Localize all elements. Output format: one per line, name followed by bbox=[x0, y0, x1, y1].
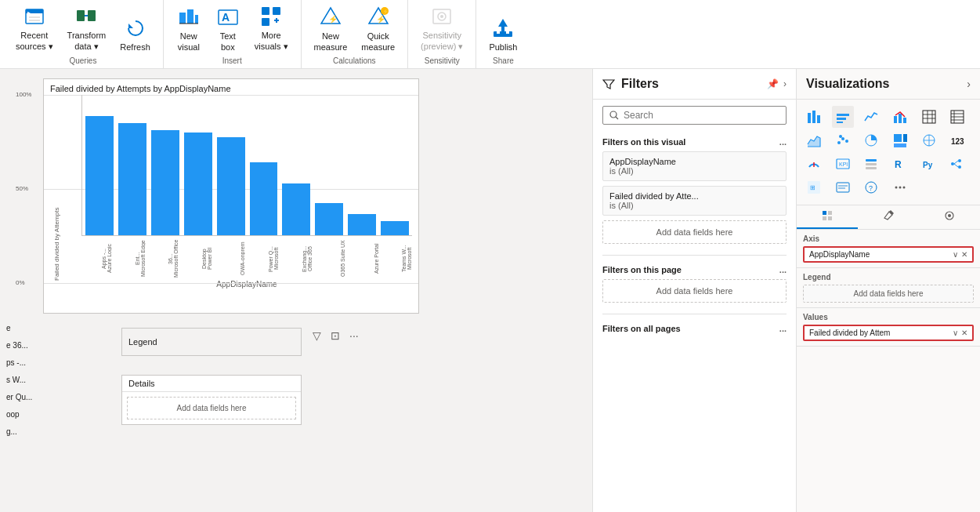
refresh-button[interactable]: Refresh bbox=[114, 13, 157, 55]
filter-search-input[interactable] bbox=[624, 110, 779, 121]
filter-card-failed-divided[interactable]: Failed divided by Atte... is (All) bbox=[602, 186, 787, 216]
legend-well-dropzone[interactable]: Add data fields here bbox=[803, 285, 974, 303]
svg-rect-61 bbox=[903, 134, 907, 142]
transform-data-button[interactable]: Transform data ▾ bbox=[61, 1, 113, 55]
filters-this-page-dropzone[interactable]: Add data fields here bbox=[602, 279, 787, 303]
svg-text:Py: Py bbox=[923, 161, 933, 169]
quick-measure-button[interactable]: ⚡ ⚡ Quick measure bbox=[355, 2, 401, 55]
share-group-label: Share bbox=[493, 56, 514, 65]
axis-chip-chevron[interactable]: ∨ bbox=[953, 250, 958, 259]
svg-rect-15 bbox=[262, 7, 269, 15]
viz-icon-line-chart[interactable] bbox=[860, 106, 882, 128]
viz-icon-area-chart[interactable] bbox=[803, 129, 825, 151]
chart-bar[interactable] bbox=[250, 162, 278, 235]
viz-icon-key-influencers[interactable]: ⊞ bbox=[803, 176, 825, 198]
fields-tab-icon bbox=[822, 210, 833, 221]
chart-bar[interactable] bbox=[118, 123, 146, 235]
sensitivity-label2: (preview) ▾ bbox=[421, 42, 463, 52]
chart-bar[interactable] bbox=[315, 203, 343, 235]
svg-rect-45 bbox=[923, 111, 935, 123]
axis-chip-remove[interactable]: ✕ bbox=[961, 250, 967, 259]
filter-search-box bbox=[602, 106, 787, 125]
details-dropzone[interactable]: Add data fields here bbox=[127, 397, 296, 419]
svg-rect-36 bbox=[808, 113, 811, 123]
chart-bar[interactable] bbox=[184, 133, 212, 235]
toolbar-group-sensitivity: Sensitivity (preview) ▾ Sensitivity bbox=[408, 0, 476, 68]
values-chip-chevron[interactable]: ∨ bbox=[953, 329, 958, 337]
viz-icon-treemap[interactable] bbox=[889, 129, 911, 151]
filters-pin-icon[interactable]: 📌 bbox=[767, 78, 779, 89]
viz-icon-bar-chart[interactable] bbox=[832, 106, 854, 128]
viz-icon-gauge[interactable] bbox=[803, 153, 825, 175]
x-label-item: Microsoft Power Q... bbox=[248, 239, 279, 278]
viz-icon-card[interactable]: KPI bbox=[832, 153, 854, 175]
viz-tab-fields[interactable] bbox=[797, 205, 858, 229]
legend-expand-button[interactable]: ⊡ bbox=[327, 328, 343, 343]
chart-y-label: Failed divided by Attempts bbox=[53, 140, 60, 281]
svg-rect-6 bbox=[88, 10, 96, 21]
filters-panel: Filters 📌 › Filters on this visual ... bbox=[592, 69, 796, 512]
filters-all-pages-section: Filters on all pages ... bbox=[593, 318, 796, 341]
viz-icon-matrix[interactable] bbox=[946, 106, 968, 128]
viz-icon-qa[interactable]: ? bbox=[860, 176, 882, 198]
svg-rect-17 bbox=[262, 18, 269, 26]
chart-bar[interactable] bbox=[282, 183, 310, 235]
left-label-item: e bbox=[6, 320, 32, 337]
axis-well: Axis AppDisplayName ∨ ✕ bbox=[797, 230, 980, 268]
filters-this-page-ellipsis[interactable]: ... bbox=[779, 265, 787, 274]
new-measure-button[interactable]: ⚡ New measure bbox=[308, 2, 354, 55]
text-box-button[interactable]: A Text box bbox=[209, 2, 247, 55]
quick-measure-icon: ⚡ ⚡ bbox=[367, 6, 389, 28]
viz-icon-python[interactable]: Py bbox=[918, 153, 940, 175]
chart-bar[interactable] bbox=[85, 116, 114, 235]
viz-icon-map[interactable] bbox=[918, 129, 940, 151]
filters-this-page-section: Filters on this page ... Add data fields… bbox=[593, 259, 796, 310]
viz-icon-pie[interactable] bbox=[860, 129, 882, 151]
filters-all-pages-ellipsis[interactable]: ... bbox=[779, 324, 787, 333]
filters-this-visual-ellipsis[interactable]: ... bbox=[779, 137, 787, 147]
viz-tab-format[interactable] bbox=[858, 205, 919, 229]
viz-icon-smart-narrative[interactable] bbox=[832, 176, 854, 198]
chart-bar[interactable] bbox=[381, 221, 409, 235]
recent-sources-button[interactable]: ▶ Recent sources ▾ bbox=[9, 1, 60, 55]
queries-group-label: Queries bbox=[69, 56, 96, 65]
viz-tab-analytics[interactable] bbox=[919, 205, 980, 229]
svg-point-34 bbox=[610, 111, 617, 118]
legend-filter-button[interactable]: ▽ bbox=[309, 328, 324, 343]
filters-this-visual-dropzone[interactable]: Add data fields here bbox=[602, 220, 787, 244]
left-label-item: g... bbox=[6, 423, 32, 441]
toolbar-group-share: Publish Share bbox=[476, 0, 530, 68]
chart-bar[interactable] bbox=[151, 130, 179, 235]
filter-card-appdisplayname[interactable]: AppDisplayName is (All) bbox=[602, 151, 787, 181]
chart-bar[interactable] bbox=[348, 214, 376, 235]
viz-expand-icon[interactable]: › bbox=[967, 78, 971, 90]
sensitivity-button[interactable]: Sensitivity (preview) ▾ bbox=[414, 1, 469, 55]
x-label-item: Azure Portal bbox=[349, 239, 379, 278]
viz-icon-more[interactable] bbox=[889, 176, 911, 198]
chart-bar[interactable] bbox=[217, 137, 245, 235]
viz-icon-numeric[interactable]: 123 bbox=[946, 129, 968, 151]
filters-this-visual-title: Filters on this visual ... bbox=[602, 137, 787, 147]
viz-icon-r-visual[interactable]: R bbox=[889, 153, 911, 175]
values-chip-remove[interactable]: ✕ bbox=[961, 329, 967, 337]
new-visual-button[interactable]: New visual bbox=[170, 2, 208, 55]
values-chip[interactable]: Failed divided by Attem ∨ ✕ bbox=[803, 325, 974, 341]
viz-icon-combo-chart[interactable] bbox=[889, 106, 911, 128]
svg-text:⚡: ⚡ bbox=[382, 8, 389, 15]
svg-text:KPI: KPI bbox=[839, 162, 848, 167]
new-measure-label2: measure bbox=[314, 42, 348, 52]
legend-more-button[interactable]: ··· bbox=[346, 328, 362, 343]
viz-icon-table[interactable] bbox=[918, 106, 940, 128]
filters-expand-icon[interactable]: › bbox=[783, 78, 787, 89]
viz-icon-stacked-bar[interactable] bbox=[803, 106, 825, 128]
viz-field-tabs bbox=[797, 205, 980, 230]
viz-icon-scatter[interactable] bbox=[832, 129, 854, 151]
viz-icon-slicer[interactable] bbox=[860, 153, 882, 175]
viz-icon-decomp-tree[interactable] bbox=[946, 153, 968, 175]
filter-card-value: is (All) bbox=[609, 201, 779, 210]
svg-point-57 bbox=[845, 140, 848, 143]
more-visuals-button[interactable]: More visuals ▾ bbox=[248, 1, 295, 55]
svg-point-75 bbox=[951, 162, 954, 165]
axis-chip[interactable]: AppDisplayName ∨ ✕ bbox=[803, 246, 974, 263]
publish-button[interactable]: Publish bbox=[483, 13, 523, 55]
